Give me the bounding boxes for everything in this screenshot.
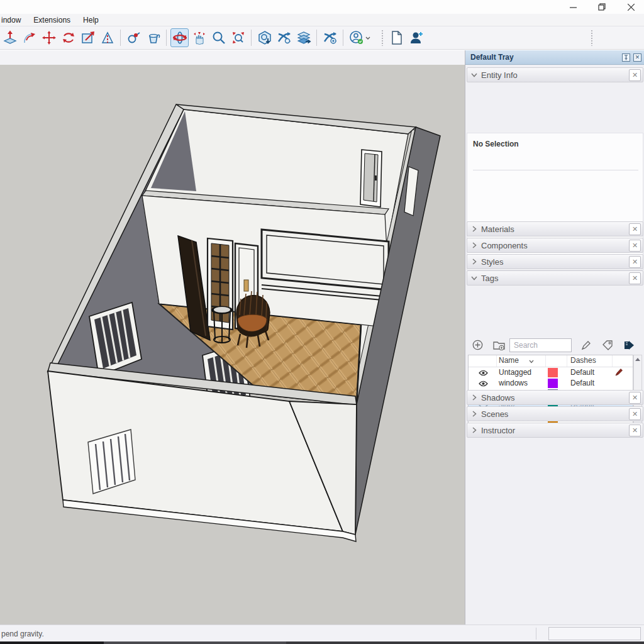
status-bar: pend gravity. — [0, 625, 644, 641]
edit-pencil-icon[interactable] — [575, 340, 597, 351]
rotate-icon[interactable] — [59, 28, 77, 47]
panel-title: Shadows — [481, 393, 629, 402]
room-3d-model[interactable] — [0, 65, 465, 625]
extension-warehouse-icon[interactable] — [255, 28, 274, 47]
measurements-input[interactable] — [548, 627, 641, 640]
tag-color-chip[interactable] — [548, 379, 558, 388]
panel-title: Tags — [481, 274, 629, 283]
panel-header-components[interactable]: Components ✕ — [467, 238, 643, 253]
new-file-icon[interactable] — [387, 28, 406, 47]
tag-dashes[interactable]: Default — [570, 368, 594, 377]
toolbar-grip[interactable] — [591, 30, 594, 46]
restore-icon[interactable] — [591, 0, 613, 14]
minimize-icon[interactable] — [562, 0, 584, 14]
chevron-right-icon — [467, 426, 481, 434]
add-tag-icon[interactable] — [467, 340, 488, 350]
tape-measure-icon[interactable] — [125, 28, 143, 47]
panel-header-styles[interactable]: Styles ✕ — [467, 254, 643, 269]
close-icon[interactable]: ✕ — [629, 256, 641, 268]
panel-header-entity-info[interactable]: Entity Info ✕ — [467, 67, 643, 82]
entity-info-message: No Selection — [467, 133, 643, 148]
zoom-extents-icon[interactable] — [229, 28, 247, 47]
panel-title: Instructor — [481, 426, 629, 435]
add-tag-folder-icon[interactable] — [488, 340, 509, 350]
layers-stack-icon[interactable] — [294, 28, 313, 47]
close-icon[interactable]: ✕ — [629, 223, 641, 235]
close-icon[interactable]: ✕ — [629, 392, 641, 404]
menu-bar: indow Extensions Help — [0, 14, 644, 26]
close-icon[interactable]: ✕ — [629, 425, 641, 436]
panel-header-materials[interactable]: Materials ✕ — [467, 221, 643, 236]
panel-header-instructor[interactable]: Instructor ✕ — [467, 423, 643, 438]
close-icon[interactable]: ✕ — [629, 408, 641, 420]
chevron-right-icon — [467, 394, 481, 401]
tag-dashes[interactable]: Default — [570, 379, 594, 387]
panel-title: Components — [481, 241, 629, 250]
tag-color-chip[interactable] — [548, 368, 558, 377]
account-dropdown-icon[interactable] — [365, 32, 371, 43]
visibility-eye-icon[interactable] — [479, 369, 488, 378]
paint-bucket-icon[interactable] — [144, 28, 162, 47]
orbit-icon[interactable] — [170, 28, 189, 47]
tray-close-icon[interactable]: ✕ — [633, 53, 641, 62]
panel-title: Scenes — [481, 409, 629, 419]
follow-me-icon[interactable] — [20, 28, 38, 47]
close-icon[interactable]: ✕ — [629, 272, 641, 284]
window-bottom-edge — [0, 641, 644, 644]
panel-title: Materials — [481, 225, 629, 234]
push-pull-icon[interactable] — [1, 28, 19, 47]
close-icon[interactable] — [620, 0, 641, 14]
panel-title: Entity Info — [481, 70, 629, 80]
offset-icon[interactable] — [98, 28, 116, 47]
menu-item-help[interactable]: Help — [77, 14, 105, 26]
extension-tool-a-icon[interactable] — [275, 28, 293, 47]
visibility-eye-icon[interactable] — [479, 380, 488, 389]
chevron-down-icon — [467, 274, 481, 282]
column-header-name[interactable]: Name — [499, 356, 519, 365]
tag-row-untagged[interactable]: Untagged Default — [469, 367, 633, 378]
zoom-icon[interactable] — [209, 28, 228, 47]
divider — [473, 170, 638, 170]
tag-name: Untagged — [499, 368, 531, 377]
divider — [536, 628, 536, 640]
side-table[interactable] — [211, 306, 233, 343]
extension-tool-b-icon[interactable] — [321, 28, 339, 47]
scroll-up-icon[interactable] — [634, 355, 641, 364]
panel-header-tags[interactable]: Tags ✕ — [467, 270, 643, 286]
panel-header-scenes[interactable]: Scenes ✕ — [467, 406, 643, 421]
menu-item-extensions[interactable]: Extensions — [27, 14, 77, 26]
chevron-right-icon — [467, 225, 481, 233]
column-sort-chevron-icon[interactable] — [528, 358, 535, 367]
status-hint-text: pend gravity. — [1, 630, 44, 638]
main-area: Default Tray ✕ Entity Info ✕ No Selectio… — [0, 50, 644, 625]
viewport-dock-strip — [0, 50, 465, 625]
close-icon[interactable]: ✕ — [629, 69, 641, 81]
menu-item-window[interactable]: indow — [0, 14, 27, 26]
tag-search-input[interactable] — [509, 338, 572, 352]
window-titlebar — [0, 0, 644, 14]
pan-icon[interactable] — [190, 28, 208, 47]
chevron-right-icon — [467, 410, 481, 418]
close-icon[interactable]: ✕ — [629, 240, 641, 252]
panel-header-shadows[interactable]: Shadows ✕ — [467, 390, 643, 405]
column-header-dashes[interactable]: Dashes — [570, 356, 596, 365]
scale-icon[interactable] — [79, 28, 97, 47]
tray-header[interactable]: Default Tray ✕ — [465, 50, 644, 65]
active-pencil-icon — [614, 368, 623, 379]
tag-icon[interactable] — [597, 340, 618, 351]
pin-icon[interactable] — [622, 53, 630, 62]
tag-details-icon[interactable] — [618, 340, 640, 350]
default-tray: Default Tray ✕ Entity Info ✕ No Selectio… — [465, 50, 644, 625]
account-icon[interactable] — [347, 28, 365, 47]
tag-row-windows[interactable]: windows Default — [469, 378, 633, 389]
add-collaborator-icon[interactable] — [407, 28, 425, 47]
model-viewport[interactable] — [0, 65, 465, 625]
toolbar-grip[interactable] — [381, 30, 384, 46]
toolbar — [0, 26, 644, 50]
glass-door[interactable] — [208, 238, 233, 330]
tags-table-header[interactable]: Name Dashes — [469, 355, 633, 367]
tray-title: Default Tray — [465, 53, 622, 62]
move-icon[interactable] — [40, 28, 58, 47]
far-room-window[interactable] — [360, 150, 382, 207]
tags-toolbar — [467, 336, 643, 354]
